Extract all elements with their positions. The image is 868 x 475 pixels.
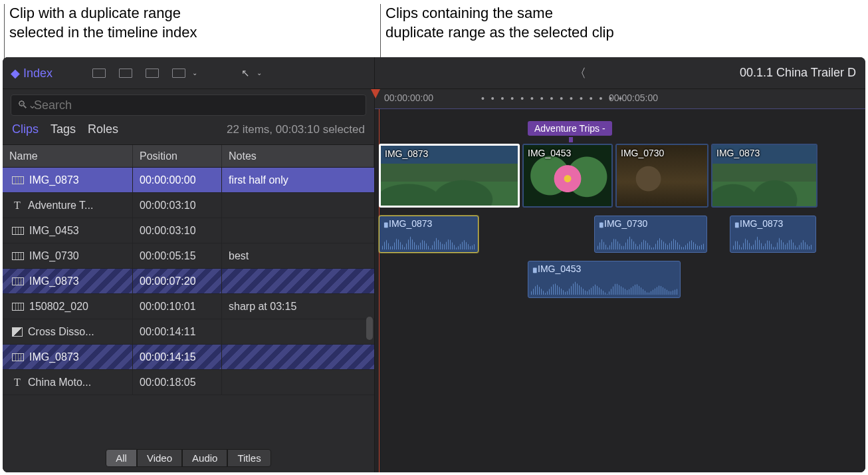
clip-position: 00:00:00:00 (140, 174, 196, 186)
connected-title-clip[interactable]: Adventure Trips - (528, 121, 612, 136)
timeline-ruler[interactable]: 00:00:00:00 • • • • • • • • • • • • • • … (375, 89, 865, 109)
tab-tags[interactable]: Tags (51, 122, 76, 136)
title-icon: T (12, 200, 23, 212)
filter-audio[interactable]: Audio (182, 449, 227, 467)
table-row[interactable]: Cross Disso...00:00:14:11 (3, 319, 374, 345)
video-clip[interactable]: IMG_0873 (711, 144, 817, 208)
clip-icon (12, 303, 24, 311)
table-row[interactable]: IMG_087300:00:00:00first half only (3, 168, 374, 193)
callout-left: Clip with a duplicate range selected in … (9, 4, 197, 42)
search-input[interactable] (11, 94, 366, 116)
waveform-icon (733, 235, 813, 249)
ruler-marks: • • • • • • • • • • • • • • • (481, 93, 624, 104)
clip-name: 150802_020 (29, 301, 88, 313)
table-row[interactable]: IMG_045300:00:03:10 (3, 218, 374, 243)
waveform-icon (597, 235, 704, 249)
title-connector (569, 137, 573, 142)
clip-name: IMG_0873 (29, 351, 79, 363)
append-clip-icon[interactable] (146, 69, 159, 78)
app-window: ◆ Index ⌄ ↖ ⌄ 🔍︎⌄ Clips Tags Roles 22 it… (3, 57, 865, 472)
clip-name: IMG_0873 (29, 174, 79, 186)
clip-icon (12, 176, 24, 184)
index-tabs: Clips Tags Roles 22 items, 00:03:10 sele… (3, 118, 374, 145)
col-name[interactable]: Name (3, 145, 133, 167)
clip-name: Cross Disso... (28, 326, 94, 338)
clip-name: IMG_0453 (29, 225, 79, 237)
title-icon: T (12, 377, 23, 389)
col-position[interactable]: Position (133, 145, 222, 167)
index-table-header: Name Position Notes (3, 145, 374, 168)
tab-clips[interactable]: Clips (12, 122, 39, 136)
waveform-icon (531, 280, 677, 295)
index-rows: IMG_087300:00:00:00first half onlyTAdven… (3, 168, 374, 444)
chevron-down-icon[interactable]: ⌄ (192, 69, 197, 77)
video-clip[interactable]: IMG_0453 (522, 144, 613, 208)
clip-position: 00:00:14:11 (140, 326, 196, 338)
col-notes[interactable]: Notes (222, 145, 374, 167)
filter-titles[interactable]: Titles (227, 449, 271, 467)
clip-icon (12, 353, 24, 361)
ruler-tick: 00:00:05:00 (609, 92, 658, 103)
clip-name: Adventure T... (28, 200, 93, 212)
timeline-index-panel: ◆ Index ⌄ ↖ ⌄ 🔍︎⌄ Clips Tags Roles 22 it… (3, 57, 375, 472)
audio-clip[interactable]: IMG_0730 (594, 216, 707, 253)
index-filters: All Video Audio Titles (3, 444, 374, 472)
clip-icon (12, 227, 24, 235)
clip-label: IMG_0453 (528, 148, 571, 158)
audio-clip-label: IMG_0873 (734, 218, 783, 229)
search-icon: 🔍︎⌄ (17, 98, 37, 111)
primary-storyline: IMG_0873IMG_0453IMG_0730IMG_0873 (379, 144, 865, 208)
clip-name: China Moto... (28, 377, 91, 389)
audio-clip-label: IMG_0453 (532, 263, 581, 274)
clip-notes: sharp at 03:15 (229, 301, 296, 313)
table-row[interactable]: IMG_087300:00:07:20 (3, 269, 374, 294)
tab-roles[interactable]: Roles (88, 122, 118, 136)
overwrite-clip-icon[interactable] (172, 69, 185, 78)
scrollbar-thumb[interactable] (366, 317, 373, 340)
clip-position: 00:00:14:15 (140, 351, 196, 363)
clip-label: IMG_0873 (385, 148, 428, 159)
insert-clip-icon[interactable] (119, 69, 132, 78)
audio-clip-label: IMG_0730 (599, 218, 647, 229)
clip-icon (12, 277, 24, 285)
connect-clip-icon[interactable] (92, 69, 106, 78)
video-clip[interactable]: IMG_0873 (379, 144, 520, 208)
table-row[interactable]: 150802_02000:00:10:01sharp at 03:15 (3, 294, 374, 319)
audio-clip[interactable]: IMG_0873 (730, 216, 816, 253)
index-button[interactable]: ◆ Index (11, 66, 53, 80)
clip-notes: first half only (229, 174, 288, 186)
video-clip[interactable]: IMG_0730 (615, 144, 708, 208)
clip-position: 00:00:18:05 (140, 377, 196, 389)
audio-clip[interactable]: IMG_0453 (528, 261, 681, 298)
clip-position: 00:00:05:15 (140, 250, 196, 262)
clip-label: IMG_0873 (716, 148, 760, 158)
filter-all[interactable]: All (106, 449, 137, 467)
ruler-tick: 00:00:00:00 (384, 92, 433, 103)
clip-name: IMG_0730 (29, 250, 79, 262)
timeline-title: 00.1.1 China Trailer D (740, 66, 856, 80)
transition-icon (12, 327, 23, 337)
clip-icon (12, 252, 24, 260)
audio-clip[interactable]: IMG_0873 (379, 216, 479, 253)
clip-position: 00:00:03:10 (140, 225, 196, 237)
filter-video[interactable]: Video (137, 449, 182, 467)
select-tool-icon[interactable]: ↖ (241, 67, 250, 79)
timeline-panel: 〈 00.1.1 China Trailer D 00:00:00:00 • •… (375, 57, 865, 472)
clip-label: IMG_0730 (621, 148, 664, 158)
clip-position: 00:00:07:20 (140, 275, 196, 287)
clip-notes: best (229, 250, 249, 262)
clip-position: 00:00:03:10 (140, 200, 196, 212)
audio-clip-label: IMG_0873 (383, 218, 432, 229)
timeline-body[interactable]: Adventure Trips - IMG_0873IMG_0453IMG_07… (375, 109, 865, 472)
index-toolbar: ◆ Index ⌄ ↖ ⌄ (3, 57, 374, 89)
waveform-icon (382, 235, 475, 249)
index-status: 22 items, 00:03:10 selected (227, 123, 365, 136)
back-arrow-icon[interactable]: 〈 (574, 65, 586, 81)
table-row[interactable]: TAdventure T...00:00:03:10 (3, 193, 374, 218)
table-row[interactable]: IMG_087300:00:14:15 (3, 345, 374, 370)
timeline-header: 〈 00.1.1 China Trailer D (375, 57, 865, 89)
chevron-down-icon[interactable]: ⌄ (257, 69, 262, 77)
clip-name: IMG_0873 (29, 275, 79, 287)
table-row[interactable]: TChina Moto...00:00:18:05 (3, 370, 374, 395)
table-row[interactable]: IMG_073000:00:05:15best (3, 243, 374, 269)
